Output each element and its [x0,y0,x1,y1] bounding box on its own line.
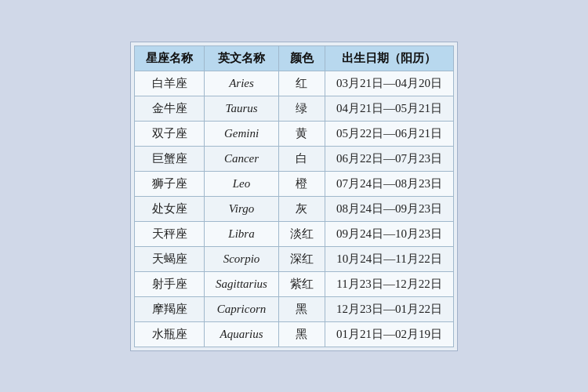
cell-english-name: Aquarius [205,321,279,347]
cell-chinese-name: 处女座 [135,196,205,221]
cell-english-name: Scorpio [205,246,279,271]
zodiac-table: 星座名称 英文名称 颜色 出生日期（阳历） 白羊座Aries红03月21日—04… [134,45,454,347]
table-row: 金牛座Taurus绿04月21日—05月21日 [135,96,454,121]
header-color: 颜色 [278,45,325,71]
header-dates: 出生日期（阳历） [325,45,453,71]
cell-dates: 06月22日—07月23日 [325,146,453,171]
cell-dates: 01月21日—02月19日 [325,321,453,347]
cell-chinese-name: 狮子座 [135,171,205,196]
table-row: 水瓶座Aquarius黑01月21日—02月19日 [135,321,454,347]
cell-english-name: Gemini [205,121,279,146]
table-row: 狮子座Leo橙07月24日—08月23日 [135,171,454,196]
cell-chinese-name: 水瓶座 [135,321,205,347]
cell-english-name: Capricorn [205,296,279,321]
cell-english-name: Virgo [205,196,279,221]
table-header-row: 星座名称 英文名称 颜色 出生日期（阳历） [135,45,454,71]
table-body: 白羊座Aries红03月21日—04月20日金牛座Taurus绿04月21日—0… [135,71,454,347]
cell-english-name: Leo [205,171,279,196]
cell-color: 绿 [278,96,325,121]
cell-dates: 03月21日—04月20日 [325,71,453,96]
table-row: 处女座Virgo灰08月24日—09月23日 [135,196,454,221]
cell-dates: 09月24日—10月23日 [325,221,453,246]
cell-english-name: Taurus [205,96,279,121]
cell-chinese-name: 天秤座 [135,221,205,246]
table-row: 白羊座Aries红03月21日—04月20日 [135,71,454,96]
cell-chinese-name: 双子座 [135,121,205,146]
cell-dates: 11月23日—12月22日 [325,271,453,296]
table-row: 射手座Sagittarius紫红11月23日—12月22日 [135,271,454,296]
cell-chinese-name: 金牛座 [135,96,205,121]
cell-dates: 10月24日—11月22日 [325,246,453,271]
table-row: 双子座Gemini黄05月22日—06月21日 [135,121,454,146]
cell-dates: 05月22日—06月21日 [325,121,453,146]
cell-english-name: Sagittarius [205,271,279,296]
cell-color: 黑 [278,321,325,347]
cell-dates: 07月24日—08月23日 [325,171,453,196]
cell-color: 紫红 [278,271,325,296]
cell-color: 淡红 [278,221,325,246]
cell-dates: 04月21日—05月21日 [325,96,453,121]
cell-color: 深红 [278,246,325,271]
table-row: 天蝎座Scorpio深红10月24日—11月22日 [135,246,454,271]
cell-chinese-name: 天蝎座 [135,246,205,271]
cell-english-name: Libra [205,221,279,246]
zodiac-table-container: 星座名称 英文名称 颜色 出生日期（阳历） 白羊座Aries红03月21日—04… [130,42,458,351]
cell-chinese-name: 摩羯座 [135,296,205,321]
cell-color: 黄 [278,121,325,146]
cell-chinese-name: 射手座 [135,271,205,296]
cell-chinese-name: 巨蟹座 [135,146,205,171]
table-row: 巨蟹座Cancer白06月22日—07月23日 [135,146,454,171]
table-row: 天秤座Libra淡红09月24日—10月23日 [135,221,454,246]
cell-chinese-name: 白羊座 [135,71,205,96]
cell-color: 橙 [278,171,325,196]
cell-english-name: Aries [205,71,279,96]
cell-english-name: Cancer [205,146,279,171]
cell-color: 红 [278,71,325,96]
header-chinese-name: 星座名称 [135,45,205,71]
cell-color: 黑 [278,296,325,321]
table-row: 摩羯座Capricorn黑12月23日—01月22日 [135,296,454,321]
cell-dates: 08月24日—09月23日 [325,196,453,221]
cell-color: 灰 [278,196,325,221]
cell-color: 白 [278,146,325,171]
cell-dates: 12月23日—01月22日 [325,296,453,321]
header-english-name: 英文名称 [205,45,279,71]
